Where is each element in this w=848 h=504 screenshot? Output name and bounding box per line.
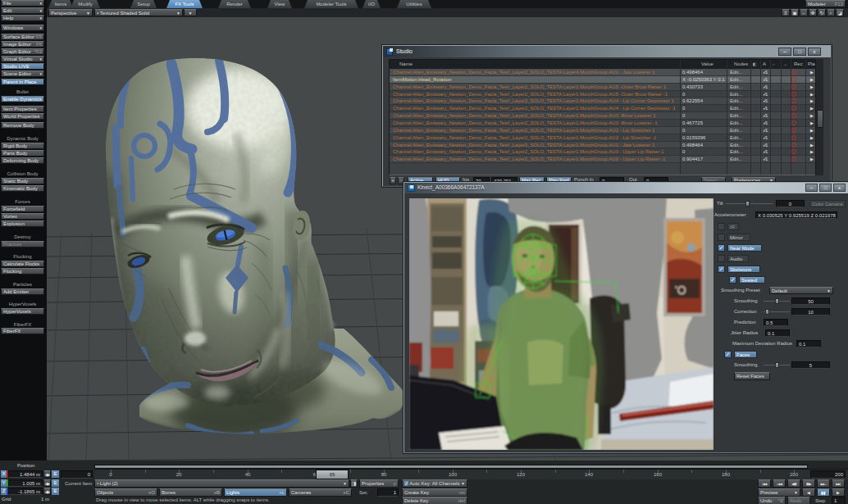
svg-text:'O: 'O (675, 284, 686, 297)
